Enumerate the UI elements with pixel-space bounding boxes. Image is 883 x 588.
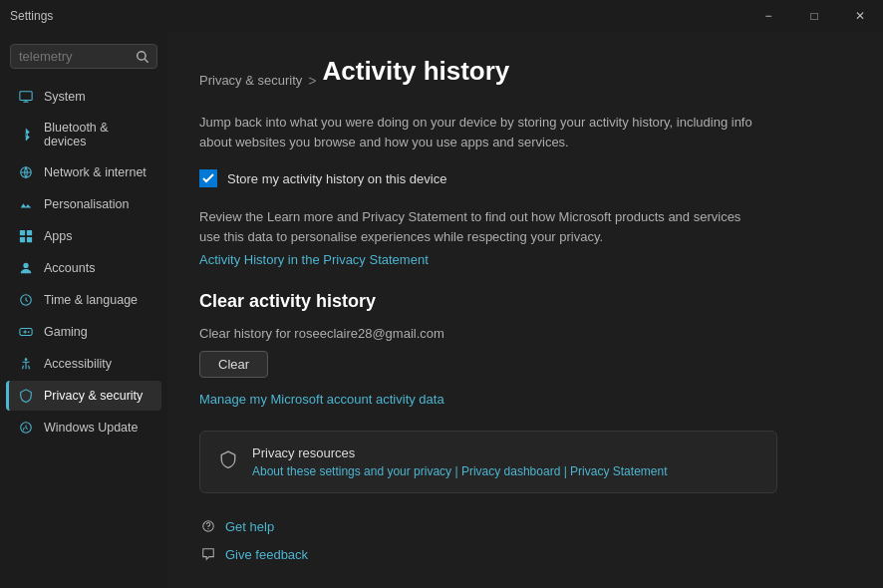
sidebar-item-accessibility[interactable]: Accessibility [6, 349, 161, 379]
sidebar-item-gaming[interactable]: Gaming [6, 317, 161, 347]
give-feedback-label: Give feedback [225, 547, 308, 562]
about-settings-link[interactable]: About these settings and your privacy [252, 464, 451, 478]
page-title: Activity history [323, 56, 510, 87]
give-feedback-link[interactable]: Give feedback [199, 545, 851, 563]
apps-icon [18, 228, 34, 244]
svg-rect-4 [20, 237, 25, 242]
feedback-icon [199, 545, 217, 563]
search-box[interactable] [10, 44, 157, 69]
clear-description: Clear history for roseeclaire28@gmail.co… [199, 326, 851, 341]
sidebar-item-network[interactable]: Network & internet [6, 157, 161, 187]
accounts-icon [18, 260, 34, 276]
checkmark-icon [202, 172, 214, 184]
privacy-resources-icon [216, 447, 240, 471]
svg-point-9 [28, 331, 30, 333]
search-input[interactable] [19, 49, 137, 64]
sidebar-label-time: Time & language [44, 293, 138, 307]
store-history-label: Store my activity history on this device [227, 171, 446, 186]
close-button[interactable]: ✕ [837, 0, 883, 32]
minimize-button[interactable]: − [745, 0, 791, 32]
sidebar-label-accessibility: Accessibility [44, 357, 112, 371]
sidebar-label-system: System [44, 90, 86, 104]
svg-rect-5 [27, 237, 32, 242]
store-history-checkbox[interactable] [199, 169, 217, 187]
main-description: Jump back into what you were doing on yo… [199, 113, 757, 151]
privacy-resources-links: About these settings and your privacy | … [252, 464, 760, 478]
sidebar-item-apps[interactable]: Apps [6, 221, 161, 251]
privacy-statement-link[interactable]: Activity History in the Privacy Statemen… [199, 252, 429, 267]
clear-section-title: Clear activity history [199, 291, 851, 312]
sidebar-label-privacy: Privacy & security [44, 389, 143, 403]
time-icon [18, 292, 34, 308]
breadcrumb: Privacy & security > Activity history [199, 56, 851, 105]
info-text: Review the Learn more and Privacy Statem… [199, 207, 757, 246]
svg-point-13 [207, 528, 208, 529]
sidebar-label-bluetooth: Bluetooth & devices [44, 121, 149, 148]
bluetooth-icon [18, 127, 34, 143]
search-icon [137, 51, 148, 63]
svg-rect-2 [20, 230, 25, 235]
sidebar-label-accounts: Accounts [44, 261, 95, 275]
privacy-dashboard-link[interactable]: Privacy dashboard [461, 464, 560, 478]
svg-point-6 [23, 263, 28, 268]
manage-account-link[interactable]: Manage my Microsoft account activity dat… [199, 392, 444, 407]
sidebar-label-personalisation: Personalisation [44, 197, 129, 211]
privacy-statement-card-link[interactable]: Privacy Statement [570, 464, 667, 478]
privacy-resources-title: Privacy resources [252, 445, 760, 460]
sidebar: System Bluetooth & devices Network & int… [0, 32, 167, 588]
sidebar-item-privacy[interactable]: Privacy & security [6, 381, 161, 411]
personalisation-icon [18, 196, 34, 212]
bottom-links: Get help Give feedback [199, 517, 851, 563]
app-title: Settings [10, 9, 53, 23]
network-icon [18, 164, 34, 180]
sidebar-item-system[interactable]: System [6, 82, 161, 112]
sidebar-label-gaming: Gaming [44, 325, 88, 339]
system-icon [18, 89, 34, 105]
sidebar-item-time[interactable]: Time & language [6, 285, 161, 315]
shield-icon [219, 450, 237, 468]
sidebar-label-network: Network & internet [44, 165, 147, 179]
accessibility-icon [18, 356, 34, 372]
sidebar-item-windows-update[interactable]: Windows Update [6, 413, 161, 442]
clear-button[interactable]: Clear [199, 351, 268, 378]
sidebar-item-personalisation[interactable]: Personalisation [6, 189, 161, 219]
svg-rect-0 [20, 92, 32, 101]
privacy-resources-card: Privacy resources About these settings a… [199, 431, 777, 493]
privacy-icon [18, 388, 34, 404]
store-history-row: Store my activity history on this device [199, 169, 851, 187]
svg-rect-3 [27, 230, 32, 235]
gaming-icon [18, 324, 34, 340]
main-content: Privacy & security > Activity history Ju… [167, 32, 883, 588]
svg-point-10 [25, 358, 28, 361]
sidebar-label-apps: Apps [44, 229, 73, 243]
app-container: System Bluetooth & devices Network & int… [0, 32, 883, 588]
get-help-label: Get help [225, 519, 274, 534]
sidebar-item-bluetooth[interactable]: Bluetooth & devices [6, 114, 161, 155]
maximize-button[interactable]: □ [791, 0, 837, 32]
help-icon [199, 517, 217, 535]
window-controls: − □ ✕ [745, 0, 883, 32]
update-icon [18, 420, 34, 436]
breadcrumb-parent[interactable]: Privacy & security [199, 73, 302, 88]
titlebar: Settings − □ ✕ [0, 0, 883, 32]
breadcrumb-separator: > [308, 73, 316, 89]
sidebar-item-accounts[interactable]: Accounts [6, 253, 161, 283]
get-help-link[interactable]: Get help [199, 517, 851, 535]
privacy-card-body: Privacy resources About these settings a… [252, 445, 760, 478]
sidebar-label-update: Windows Update [44, 421, 139, 435]
